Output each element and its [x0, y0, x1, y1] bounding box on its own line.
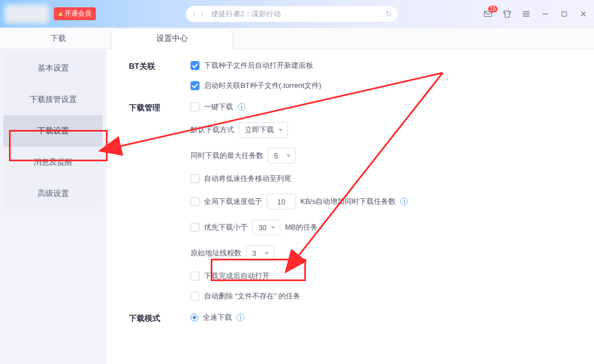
row-prefer-small: 优先下载小于 30 MB的任务 — [191, 220, 577, 235]
section-dlmode: 下载模式 全速下载 i — [129, 312, 577, 324]
section-title-dlmgr: 下载管理 — [129, 102, 191, 301]
minimize-icon[interactable] — [540, 9, 550, 19]
label-global-speed-suffix: KB/s自动增加同时下载任务数 — [300, 197, 396, 207]
tabs-row: 下载 设置中心 — [0, 28, 594, 49]
tab-download[interactable]: 下载 — [6, 28, 111, 49]
chevron-down-icon — [286, 155, 291, 157]
tab-settings[interactable]: 设置中心 — [111, 28, 233, 49]
checkbox-global-speed[interactable] — [191, 197, 199, 206]
chevron-down-icon — [279, 129, 283, 132]
row-auto-delete-missing: 自动删除 “文件不存在” 的任务 — [191, 291, 577, 301]
label-open-after: 下载完成后自动打开 — [204, 271, 270, 281]
section-bt: BT关联 下载种子文件后自动打开新建面板 启动时关联BT种子文件(.torren… — [129, 60, 577, 91]
content: BT关联 下载种子文件后自动打开新建面板 启动时关联BT种子文件(.torren… — [106, 49, 594, 364]
label-associate-torrent: 启动时关联BT种子文件(.torrent文件) — [204, 81, 321, 91]
checkbox-auto-delete-missing[interactable] — [191, 292, 199, 301]
section-dlmgr: 下载管理 一键下载 i 默认下载方式 立即下载 同时下载的最大任务数 5 — [129, 102, 577, 301]
checkbox-associate-torrent[interactable] — [191, 81, 199, 90]
checkbox-open-after[interactable] — [191, 272, 199, 281]
nav-arrows-icon[interactable]: ‹› — [192, 10, 208, 18]
sidebar-item-notifications[interactable]: 消息及提醒 — [3, 147, 103, 178]
sidebar-item-download-settings[interactable]: 下载设置 — [3, 115, 103, 147]
titlebar: 开通会员 ‹› 使徒行者2：谍影行动 ↻ 15 — [0, 0, 594, 28]
label-auto-open-panel: 下载种子文件后自动打开新建面板 — [204, 60, 313, 71]
row-origin-threads: 原始地址线程数 3 — [191, 245, 577, 261]
label-auto-delete-missing: 自动删除 “文件不存在” 的任务 — [204, 291, 300, 301]
vip-label: 开通会员 — [64, 9, 91, 18]
info-icon[interactable]: i — [238, 103, 245, 111]
select-origin-threads[interactable]: 3 — [246, 245, 274, 261]
row-default-method: 默认下载方式 立即下载 — [191, 122, 577, 138]
maximize-icon[interactable] — [559, 9, 569, 19]
row-global-speed: 全局下载速度低于 10 KB/s自动增加同时下载任务数 i — [191, 194, 577, 209]
row-full-speed: 全速下载 i — [191, 312, 577, 323]
titlebar-right: 15 — [483, 9, 588, 19]
section-title-dlmode: 下载模式 — [129, 312, 191, 324]
label-move-slow: 自动将低速任务移动至列尾 — [204, 174, 291, 184]
checkbox-auto-open-panel[interactable] — [191, 61, 199, 70]
sidebar-item-basic[interactable]: 基本设置 — [3, 53, 103, 84]
radio-full-speed[interactable] — [191, 314, 198, 321]
search-placeholder: 使徒行者2：谍影行动 — [211, 9, 386, 19]
row-move-slow: 自动将低速任务移动至列尾 — [191, 174, 577, 184]
chevron-down-icon — [271, 226, 275, 229]
select-max-tasks[interactable]: 5 — [268, 148, 296, 164]
info-icon[interactable]: i — [236, 314, 244, 321]
notification-badge: 15 — [488, 6, 498, 12]
select-default-method[interactable]: 立即下载 — [239, 122, 288, 138]
section-title-bt: BT关联 — [129, 60, 191, 91]
close-icon[interactable] — [578, 9, 588, 19]
row-associate-torrent: 启动时关联BT种子文件(.torrent文件) — [191, 81, 577, 91]
label-prefer-small-suffix: MB的任务 — [285, 222, 318, 232]
label-default-method: 默认下载方式 — [191, 125, 234, 135]
checkbox-prefer-small[interactable] — [191, 223, 199, 232]
sidebar-item-advanced[interactable]: 高级设置 — [3, 178, 103, 209]
row-one-click: 一键下载 i — [191, 102, 577, 112]
chevron-down-icon — [264, 252, 269, 255]
body: 基本设置 下载接管设置 下载设置 消息及提醒 高级设置 BT关联 下载种子文件后… — [0, 49, 594, 364]
vip-badge[interactable]: 开通会员 — [54, 7, 96, 20]
select-prefer-small[interactable]: 30 — [252, 220, 280, 235]
input-global-speed[interactable]: 10 — [267, 194, 296, 209]
label-full-speed: 全速下载 — [203, 312, 232, 323]
menu-icon[interactable] — [521, 9, 531, 19]
label-max-tasks: 同时下载的最大任务数 — [191, 151, 263, 161]
sidebar-item-takeover[interactable]: 下载接管设置 — [3, 84, 103, 115]
search-box[interactable]: ‹› 使徒行者2：谍影行动 ↻ — [185, 6, 398, 22]
user-avatar-blur — [4, 4, 49, 24]
label-global-speed-prefix: 全局下载速度低于 — [204, 197, 262, 207]
row-max-tasks: 同时下载的最大任务数 5 — [191, 148, 577, 164]
checkbox-move-slow[interactable] — [191, 174, 199, 183]
checkbox-one-click[interactable] — [191, 102, 199, 111]
svg-rect-0 — [562, 11, 567, 16]
shirt-icon[interactable] — [502, 9, 512, 19]
label-one-click: 一键下载 — [204, 102, 233, 112]
row-auto-open-panel: 下载种子文件后自动打开新建面板 — [191, 60, 577, 71]
sidebar: 基本设置 下载接管设置 下载设置 消息及提醒 高级设置 — [0, 49, 106, 364]
bolt-icon — [58, 12, 63, 16]
info-icon[interactable]: i — [400, 198, 408, 206]
refresh-icon[interactable]: ↻ — [386, 10, 392, 18]
mail-icon[interactable]: 15 — [483, 9, 493, 19]
row-open-after: 下载完成后自动打开 — [191, 271, 577, 281]
label-origin-threads: 原始地址线程数 — [191, 248, 242, 258]
label-prefer-small-prefix: 优先下载小于 — [204, 222, 248, 232]
